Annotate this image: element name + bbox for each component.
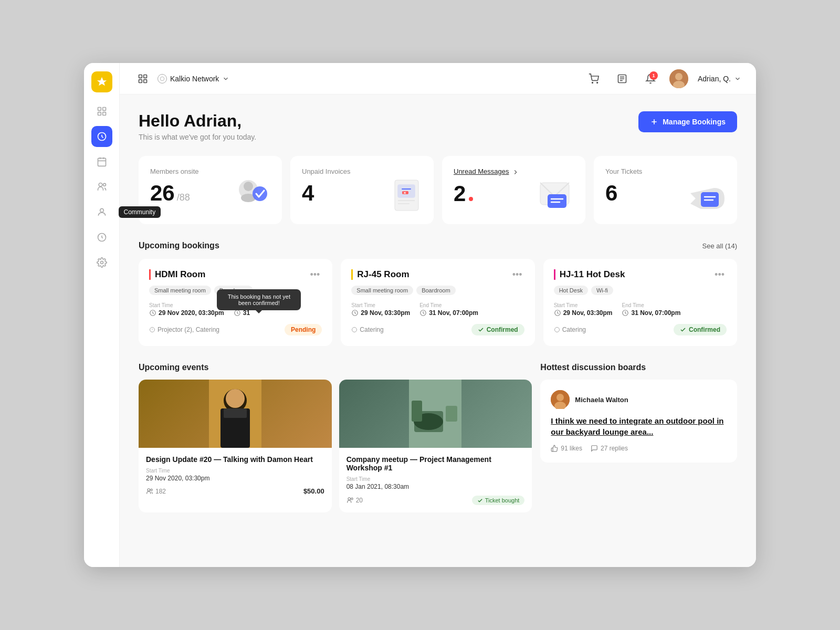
check-icon [680,327,686,333]
chevron-down-icon [222,75,229,82]
booking-times-1: Start Time 29 Nov, 03:30pm End Time [351,302,524,317]
amenities-icon [351,327,358,333]
unread-dot [469,197,473,201]
event-person-illustration [209,380,261,448]
sidebar-logo[interactable] [91,71,112,92]
notes-button[interactable] [613,69,632,88]
booking-card-0: HDMI Room ••• Small meeting room Boardro… [139,259,332,346]
stat-label-messages[interactable]: Unread Messages [454,167,574,176]
page-title-block: Hello Adrian, This is what we've got for… [139,111,256,141]
clock-icon-end [622,309,629,317]
event-footer-1: 20 Ticket bought [346,496,525,505]
booking-menu-2[interactable]: ••• [712,269,727,280]
see-all-bookings[interactable]: See all (14) [702,242,737,250]
stat-card-invoices: Unpaid Invoices 4 ✕ [290,156,434,224]
svg-point-10 [103,183,106,186]
user-chevron-icon [734,75,741,82]
svg-point-26 [675,73,682,80]
discussion-likes: 91 likes [551,445,582,452]
user-avatar[interactable] [669,69,688,88]
discussion-replies: 27 replies [591,445,628,452]
booking-start-val-0: 29 Nov 2020, 03:30pm [159,309,224,317]
brand-selector[interactable]: Kalkio Network [158,74,229,83]
booking-status-2: Confirmed [674,324,727,335]
check-icon [478,327,484,333]
user-menu[interactable]: Adrian, Q. [698,75,741,83]
brand-icon [158,74,167,83]
booking-amenities-0: Projector (2), Catering [149,326,219,333]
booking-end-2: End Time 31 Nov, 07:00pm [622,302,680,317]
booking-start-0: Start Time 29 Nov 2020, 03:30pm [149,302,224,317]
booking-tags-2: Hot Desk Wi-fi [554,286,727,295]
user-name: Adrian, Q. [698,75,731,83]
svg-point-72 [351,498,353,500]
booking-amenities-2: Catering [554,326,586,333]
svg-point-33 [253,186,267,201]
event-attendees-0: 182 [146,488,166,495]
event-img-0 [139,380,332,448]
brand-name: Kalkio Network [170,75,219,83]
clock-icon-end [419,309,427,317]
stat-label-invoices: Unpaid Invoices [302,167,422,175]
event-time-label-0: Start Time [146,468,324,474]
stat-label-tickets: Your Tickets [605,167,726,175]
discussion-section: Hottest discussion boards Michaela Walto… [540,363,737,512]
svg-point-58 [554,328,559,332]
booking-name-2: HJ-11 Hot Desk [554,269,625,280]
booking-menu-0[interactable]: ••• [308,269,322,280]
sidebar-item-community[interactable]: Community [91,202,112,223]
clock-icon [554,309,561,317]
svg-text:✕: ✕ [403,191,406,195]
topbar: Kalkio Network 1 Adrian, [120,63,756,94]
discussion-title: Hottest discussion boards [540,363,737,372]
event-card-1: Company meetup — Project Management Work… [339,380,532,512]
manage-bookings-button[interactable]: Manage Bookings [638,111,737,132]
event-title-1: Company meetup — Project Management Work… [346,455,525,472]
booking-start-val-2: 29 Nov, 03:30pm [563,309,613,317]
sidebar-item-home[interactable] [91,101,112,122]
event-time-label-1: Start Time [346,476,525,482]
event-footer-0: 182 $50.00 [146,487,324,495]
svg-point-71 [348,498,351,500]
ticket-check-icon [477,498,483,503]
bookings-header: Upcoming bookings See all (14) [139,241,737,250]
discussion-post-title[interactable]: I think we need to integrate an outdoor … [551,415,727,437]
unread-messages-link[interactable]: Unread Messages [454,167,509,175]
discussion-stats: 91 likes 27 replies [551,445,727,452]
tickets-illustration [685,177,730,219]
stat-card-messages: Unread Messages 2 [442,156,585,224]
people-icon [346,497,354,504]
booking-menu-1[interactable]: ••• [510,269,524,280]
event-body-1: Company meetup — Project Management Work… [339,448,532,512]
svg-rect-16 [139,79,142,82]
sidebar-item-settings[interactable] [91,252,112,273]
members-illustration [233,175,275,219]
booking-tag-1-0: Small meeting room [351,286,413,295]
sidebar-item-calendar[interactable] [91,151,112,172]
plus-icon [650,118,658,126]
sidebar-item-activity[interactable] [91,227,112,248]
thumbs-up-icon [551,445,558,452]
stat-card-tickets: Your Tickets 6 [594,156,737,224]
stat-label-members: Members onsite [150,167,270,175]
booking-start-2: Start Time 29 Nov, 03:30pm [554,302,613,317]
booking-card-0-header: HDMI Room ••• [149,269,322,280]
svg-rect-3 [102,112,106,116]
clock-icon [149,309,156,317]
svg-rect-42 [548,194,566,208]
sidebar-item-team[interactable] [91,176,112,197]
event-time-val-0: 29 Nov 2020, 03:30pm [146,475,324,482]
event-room-illustration [409,380,461,448]
page-greeting: Hello Adrian, [139,111,256,131]
ticket-bought-badge: Ticket bought [472,496,525,505]
svg-rect-15 [144,75,147,78]
community-tooltip: Community [119,206,161,218]
cart-button[interactable] [584,69,603,88]
notification-button[interactable]: 1 [641,69,660,88]
invoices-illustration: ✕ [390,177,426,219]
booking-start-val-1: 29 Nov, 03:30pm [361,309,410,317]
svg-rect-1 [102,108,106,111]
sidebar-item-dashboard[interactable] [91,126,112,147]
booking-end-1: End Time 31 Nov, 07:00pm [419,302,478,317]
menu-icon[interactable] [134,70,151,87]
